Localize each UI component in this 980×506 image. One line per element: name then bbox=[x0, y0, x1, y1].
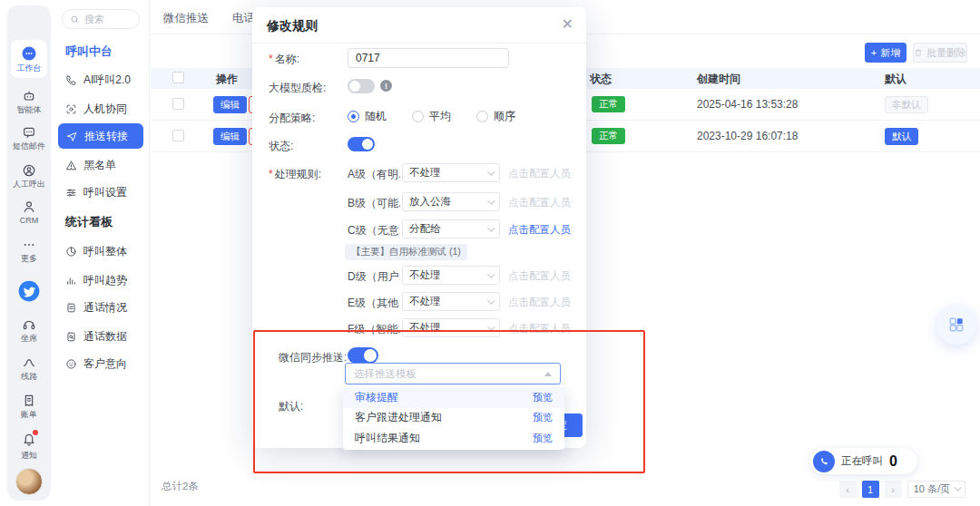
rule-level-d: D级（用户... bbox=[348, 269, 400, 285]
radio-sequence[interactable] bbox=[476, 111, 488, 122]
sidebar-item-label: AI呼叫2.0 bbox=[83, 73, 131, 88]
person-circle-icon bbox=[22, 163, 36, 178]
rule-action-select-d[interactable]: 不处理 bbox=[402, 266, 500, 285]
search-input[interactable]: 搜索 bbox=[62, 9, 140, 29]
floating-apps-button[interactable] bbox=[936, 305, 976, 345]
nav-rail: 工作台 智能体 短信邮件 人工呼出 CRM 更多 坐席 bbox=[7, 5, 51, 501]
assign-link-c[interactable]: 点击配置人员 bbox=[508, 223, 571, 237]
option-label: 审核提醒 bbox=[355, 390, 398, 405]
assign-link-f[interactable]: 点击配置人员 bbox=[508, 322, 571, 336]
dropdown-option-audit[interactable]: 审核提醒 预览 bbox=[343, 387, 564, 408]
created-time: 2023-10-29 16:07:18 bbox=[697, 130, 798, 142]
edit-button[interactable]: 编辑 bbox=[213, 128, 247, 145]
rail-item-line[interactable]: 线路 bbox=[7, 355, 51, 382]
rail-label: 智能体 bbox=[7, 105, 51, 115]
assign-link-a[interactable]: 点击配置人员 bbox=[508, 167, 571, 180]
smile-icon bbox=[65, 358, 77, 370]
sidebar-item-call-data[interactable]: 通话数据 bbox=[65, 327, 127, 345]
default-toggle-button[interactable]: 默认 bbox=[885, 128, 918, 145]
rule-action-select-c[interactable]: 分配给 bbox=[402, 219, 500, 238]
wechat-sync-label: 微信同步推送: bbox=[279, 350, 347, 365]
select-all-checkbox[interactable] bbox=[172, 72, 184, 83]
prev-page-button[interactable]: ‹ bbox=[839, 481, 857, 498]
add-button[interactable]: + 新增 bbox=[865, 43, 906, 63]
rail-item-crm[interactable]: CRM bbox=[7, 199, 51, 226]
row-checkbox[interactable] bbox=[172, 98, 184, 110]
preview-link[interactable]: 预览 bbox=[533, 391, 553, 404]
rail-item-bill[interactable]: 账单 bbox=[7, 394, 51, 420]
rule-level-a: A级（有明... bbox=[348, 167, 400, 182]
page-size-select[interactable]: 10 条/页 bbox=[907, 481, 965, 498]
row-checkbox[interactable] bbox=[172, 130, 184, 141]
edit-button[interactable]: 编辑 bbox=[213, 96, 247, 113]
close-icon[interactable]: ✕ bbox=[562, 16, 573, 33]
sidebar-item-label: 推送转接 bbox=[84, 129, 128, 144]
dropdown-option-followup[interactable]: 客户跟进处理通知 预览 bbox=[343, 408, 564, 429]
bar-chart-icon bbox=[65, 275, 77, 287]
brand-logo[interactable] bbox=[17, 279, 41, 303]
sidebar-item-ai-call[interactable]: AI呼叫2.0 bbox=[65, 71, 131, 89]
assign-link-d[interactable]: 点击配置人员 bbox=[508, 269, 571, 283]
search-placeholder: 搜索 bbox=[84, 13, 104, 26]
sidebar-item-label: 黑名单 bbox=[83, 158, 116, 173]
quality-check-toggle[interactable] bbox=[348, 79, 375, 93]
assign-link-b[interactable]: 点击配置人员 bbox=[508, 196, 571, 209]
rail-label: 账单 bbox=[7, 410, 51, 420]
push-template-select[interactable]: 选择推送模板 bbox=[345, 363, 561, 384]
quality-check-label: 大模型质检: bbox=[269, 81, 326, 96]
rail-item-agent[interactable]: 智能体 bbox=[7, 89, 51, 115]
notification-badge bbox=[33, 430, 38, 435]
rule-action-select-f[interactable]: 不处理 bbox=[402, 318, 500, 337]
sidebar-item-blacklist[interactable]: 黑名单 bbox=[65, 156, 116, 174]
sidebar-item-call-overall[interactable]: 呼叫整体 bbox=[65, 242, 127, 260]
section-title-stats: 统计看板 bbox=[65, 214, 113, 230]
preview-link[interactable]: 预览 bbox=[533, 432, 553, 445]
calling-status-pill[interactable]: 正在呼叫 0 bbox=[810, 448, 917, 474]
option-label: 呼叫结果通知 bbox=[355, 431, 420, 446]
rail-item-seat[interactable]: 坐席 bbox=[7, 317, 51, 344]
next-page-button[interactable]: › bbox=[885, 481, 902, 498]
default-toggle-button[interactable]: 非默认 bbox=[885, 96, 928, 113]
rule-action-select-b[interactable]: 放入公海 bbox=[402, 192, 500, 211]
person-icon bbox=[22, 199, 36, 214]
tab-wechat-push[interactable]: 微信推送 bbox=[163, 11, 209, 26]
plus-icon: + bbox=[871, 47, 877, 58]
chevron-down-icon bbox=[954, 483, 961, 491]
col-header-default: 默认 bbox=[885, 72, 906, 87]
assign-link-e[interactable]: 点击配置人员 bbox=[508, 296, 571, 309]
sidebar-item-call-settings[interactable]: 呼叫设置 bbox=[65, 183, 127, 201]
rail-item-notification[interactable]: 通知 bbox=[7, 432, 51, 461]
rule-action-select-e[interactable]: 不处理 bbox=[402, 292, 500, 311]
wechat-sync-toggle[interactable] bbox=[348, 347, 378, 364]
sidebar-item-call-trend[interactable]: 呼叫趋势 bbox=[65, 271, 127, 289]
strategy-label: 分配策略: bbox=[269, 111, 315, 126]
sidebar-item-human-machine[interactable]: 人机协同 bbox=[65, 100, 127, 118]
calling-count: 0 bbox=[889, 453, 897, 470]
info-icon: ! bbox=[380, 80, 392, 92]
preview-link[interactable]: 预览 bbox=[533, 411, 553, 424]
rule-action-select-a[interactable]: 不处理 bbox=[402, 163, 500, 182]
radio-average[interactable] bbox=[412, 111, 424, 122]
name-value: 0717 bbox=[356, 52, 380, 64]
sidebar-item-call-situation[interactable]: 通话情况 bbox=[65, 298, 127, 316]
radio-random[interactable] bbox=[348, 111, 359, 122]
rail-item-sms-mail[interactable]: 短信邮件 bbox=[7, 125, 51, 151]
rail-item-manual-call[interactable]: 人工呼出 bbox=[7, 163, 51, 190]
workbench-icon bbox=[21, 45, 37, 62]
user-avatar[interactable] bbox=[15, 468, 43, 495]
name-input[interactable]: 0717 bbox=[348, 48, 509, 68]
rail-label: 短信邮件 bbox=[7, 141, 51, 151]
batch-delete-button[interactable]: 批量删除 bbox=[913, 43, 967, 63]
dropdown-option-call-result[interactable]: 呼叫结果通知 预览 bbox=[343, 428, 564, 449]
sidebar-item-push-transfer[interactable]: 推送转接 bbox=[58, 123, 143, 149]
sidebar-item-label: 呼叫趋势 bbox=[83, 273, 127, 288]
current-page[interactable]: 1 bbox=[862, 481, 879, 498]
rail-item-more[interactable]: 更多 bbox=[7, 238, 51, 264]
status-toggle[interactable] bbox=[348, 137, 375, 151]
rail-item-workbench[interactable]: 工作台 bbox=[11, 40, 47, 78]
sidebar-item-customer-intent[interactable]: 客户意向 bbox=[65, 355, 127, 373]
batch-delete-label: 批量删除 bbox=[926, 46, 966, 60]
rules-label: *处理规则: bbox=[269, 167, 321, 182]
more-dots-icon bbox=[22, 238, 36, 252]
chevron-down-icon bbox=[487, 168, 495, 175]
